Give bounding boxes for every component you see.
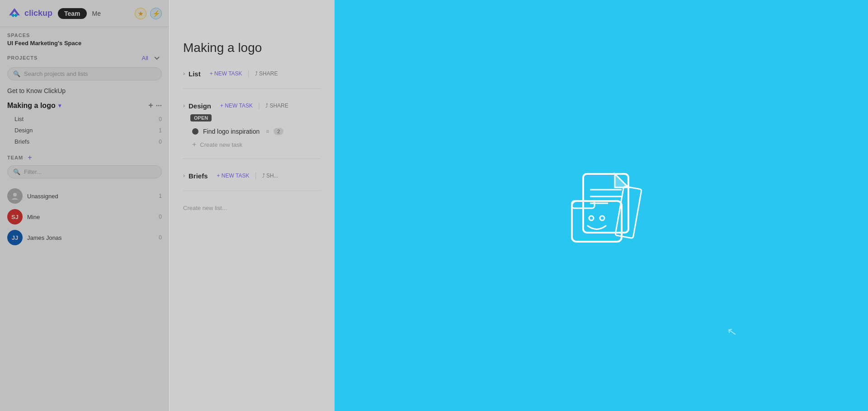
task-row-find-logo[interactable]: Find logo inspiration ≡ 2 [183,125,321,138]
list-chevron-icon[interactable]: › [183,70,185,77]
open-badge-container: OPEN [183,113,321,125]
section-briefs-header: › Briefs + NEW TASK | ⤴ SH... [183,168,321,183]
page-title: Making a logo [183,41,321,55]
document-illustration [561,165,642,246]
briefs-share-button[interactable]: ⤴ SH... [262,173,278,179]
create-plus-icon: + [192,140,196,149]
task-badge: 2 [274,128,283,135]
section-design-header: › Design + NEW TASK | ⤴ SHARE [183,98,321,113]
design-chevron-icon[interactable]: › [183,103,185,109]
divider2: | [258,102,260,110]
svg-point-8 [600,216,604,220]
task-text: Find logo inspiration [203,128,259,135]
section-list: › List + NEW TASK | ⤴ SHARE [183,66,321,89]
create-list-row[interactable]: Create new list... [183,200,321,216]
right-panel: ↖ [335,0,868,411]
divider: | [248,70,250,78]
section-design: › Design + NEW TASK | ⤴ SHARE OPEN Find … [183,98,321,159]
list-new-task-button[interactable]: + NEW TASK [210,70,242,77]
design-new-task-button[interactable]: + NEW TASK [220,103,253,109]
briefs-new-task-button[interactable]: + NEW TASK [217,173,250,179]
task-status-dot [192,128,198,135]
section-list-header: › List + NEW TASK | ⤴ SHARE [183,66,321,81]
open-badge: OPEN [190,114,212,121]
design-share-button[interactable]: ⤴ SHARE [265,103,288,109]
sidebar-dim-overlay [0,0,169,411]
list-section-title: List [189,70,201,78]
main-content: × › LIST Making a logo › List + NEW TASK… [170,0,335,411]
create-task-label: Create new task [200,141,242,148]
divider3: | [255,172,256,180]
svg-rect-5 [572,201,622,242]
briefs-section-title: Briefs [189,172,208,180]
briefs-chevron-icon[interactable]: › [183,173,185,179]
cursor-icon: ↖ [726,324,738,339]
create-task-row[interactable]: + Create new task [183,138,321,151]
section-briefs: › Briefs + NEW TASK | ⤴ SH... [183,168,321,191]
svg-point-7 [589,216,594,220]
content-body: Making a logo › List + NEW TASK | ⤴ SHAR… [170,27,335,411]
task-equals-icon: ≡ [266,128,269,135]
sidebar: clickup Team Me ★ ⚡ SPACES UI Feed Marke… [0,0,170,411]
design-section-title: Design [189,102,211,110]
list-share-button[interactable]: ⤴ SHARE [255,70,278,77]
